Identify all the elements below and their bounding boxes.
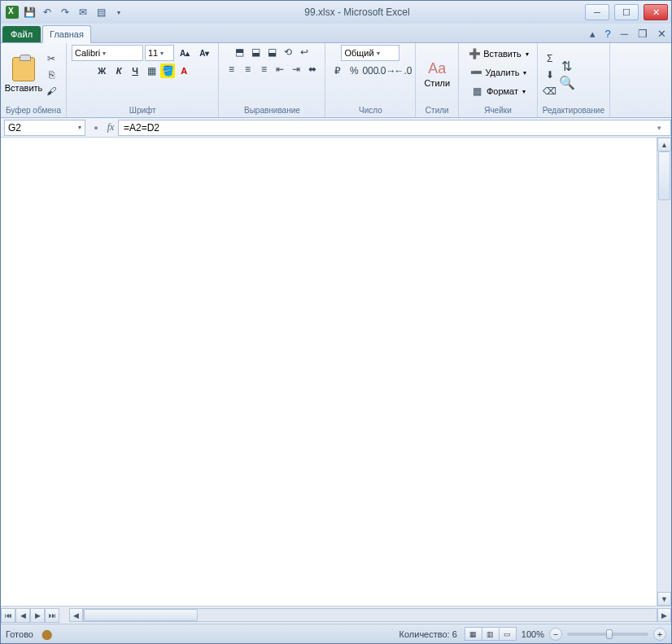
bold-button[interactable]: Ж	[94, 64, 110, 78]
styles-icon: Aa	[430, 62, 444, 77]
tab-file[interactable]: Файл	[2, 26, 41, 42]
zoom-value: 100%	[521, 629, 544, 639]
delete-cells-icon: ➖	[469, 65, 483, 80]
scroll-down-icon[interactable]: ▼	[657, 592, 671, 606]
clear-icon[interactable]: ⌫	[543, 84, 557, 99]
vscroll-thumb[interactable]	[658, 151, 670, 200]
paste-button[interactable]: Вставить	[6, 55, 41, 94]
horizontal-scrollbar[interactable]: ◀ ▶	[69, 608, 671, 622]
ribbon-minimize-icon[interactable]: ▴	[585, 25, 600, 42]
sort-filter-icon[interactable]: ⇅	[560, 59, 574, 74]
scroll-right-icon[interactable]: ▶	[657, 608, 671, 622]
inc-decimal-icon[interactable]: .0→	[379, 64, 394, 78]
macro-record-icon[interactable]: ⬤	[40, 627, 55, 642]
indent-inc-icon[interactable]: ⇥	[289, 62, 303, 77]
group-editing-label: Редактирование	[543, 104, 604, 117]
font-size-select[interactable]: 11▾	[145, 45, 174, 61]
tab-главная[interactable]: Главная	[42, 25, 91, 43]
excel-icon	[6, 6, 19, 19]
currency-icon[interactable]: ₽	[330, 64, 345, 78]
group-number-label: Число	[330, 104, 410, 117]
qat-preview-icon[interactable]: ▤	[94, 5, 108, 20]
workbook-min-icon[interactable]: ─	[616, 25, 633, 42]
formula-bar[interactable]: =A2=D2▾	[118, 120, 671, 136]
wrap-text-icon[interactable]: ↩	[297, 45, 312, 59]
bullet-icon: ●	[89, 120, 103, 135]
group-styles-label: Стили	[421, 104, 453, 117]
cells-insert-button[interactable]: ➕Вставить▾	[464, 45, 532, 63]
underline-button[interactable]: Ч	[128, 64, 142, 78]
find-select-icon[interactable]: 🔍	[560, 76, 574, 90]
format-painter-icon[interactable]: 🖌	[44, 84, 59, 99]
group-font-label: Шрифт	[72, 104, 213, 117]
scroll-up-icon[interactable]: ▲	[657, 138, 671, 151]
orientation-icon[interactable]: ⟲	[281, 45, 295, 59]
copy-icon[interactable]: ⎘	[44, 68, 59, 82]
qat-undo-icon[interactable]: ↶	[40, 5, 55, 20]
group-clipboard-label: Буфер обмена	[6, 104, 61, 117]
styles-button[interactable]: Aa Стили	[421, 60, 453, 90]
clipboard-icon	[12, 57, 35, 81]
dec-decimal-icon[interactable]: ←.0	[395, 64, 410, 78]
group-cells-label: Ячейки	[464, 104, 532, 117]
help-icon[interactable]: ?	[600, 25, 616, 42]
vertical-scrollbar[interactable]: ▲ ▼	[657, 138, 671, 606]
sheet-nav-prev-icon[interactable]: ◀	[15, 608, 30, 623]
align-top-icon[interactable]: ⬒	[232, 45, 247, 59]
font-color-icon[interactable]: A	[177, 64, 191, 78]
number-format-select[interactable]: Общий▾	[341, 45, 399, 61]
zoom-in-button[interactable]: +	[653, 628, 666, 641]
percent-icon[interactable]: %	[347, 64, 361, 78]
cells-delete-button[interactable]: ➖Удалить▾	[465, 64, 530, 81]
cells-format-button[interactable]: ▦Формат▾	[467, 82, 529, 100]
font-name-select[interactable]: Calibri▾	[72, 45, 143, 61]
shrink-font-icon[interactable]: A▾	[195, 46, 213, 60]
align-middle-icon[interactable]: ⬓	[248, 45, 263, 59]
italic-button[interactable]: К	[111, 64, 126, 78]
minimize-button[interactable]: ─	[585, 4, 609, 20]
view-pagebreak-icon[interactable]: ▭	[499, 627, 517, 641]
qat-mail-icon[interactable]: ✉	[76, 5, 90, 20]
sheet-nav-first-icon[interactable]: ⏮	[1, 608, 15, 623]
format-cells-icon: ▦	[470, 84, 485, 99]
view-normal-icon[interactable]: ▦	[465, 627, 482, 641]
paste-label: Вставить	[5, 83, 43, 93]
zoom-out-button[interactable]: −	[549, 628, 562, 641]
view-layout-icon[interactable]: ▥	[482, 627, 500, 641]
workbook-close-icon[interactable]: ✕	[652, 25, 671, 42]
status-ready: Готово	[6, 629, 33, 639]
status-count: Количество: 6	[399, 629, 457, 639]
fx-icon[interactable]: fx	[103, 121, 118, 134]
group-align-label: Выравнивание	[224, 104, 320, 117]
ribbon: Вставить ✂ ⎘ 🖌 Буфер обмена Calibri▾ 11▾…	[1, 43, 671, 118]
hscroll-thumb[interactable]	[84, 609, 198, 621]
align-center-icon[interactable]: ≡	[240, 62, 255, 77]
scroll-left-icon[interactable]: ◀	[69, 608, 83, 622]
close-button[interactable]: ✕	[644, 4, 668, 20]
align-bottom-icon[interactable]: ⬓	[264, 45, 279, 59]
qat-customize-icon[interactable]: ▾	[111, 5, 126, 20]
window-title: 99.xlsx - Microsoft Excel	[131, 7, 583, 18]
insert-cells-icon: ➕	[467, 46, 482, 61]
qat-save-icon[interactable]: 💾	[22, 5, 37, 20]
cut-icon[interactable]: ✂	[44, 51, 59, 66]
grow-font-icon[interactable]: A▴	[176, 46, 194, 60]
name-box[interactable]: G2▾	[4, 120, 85, 136]
indent-dec-icon[interactable]: ⇤	[273, 62, 287, 77]
comma-icon[interactable]: 000	[363, 64, 377, 78]
borders-icon[interactable]: ▦	[144, 64, 159, 78]
autosum-icon[interactable]: Σ	[543, 51, 557, 66]
workbook-restore-icon[interactable]: ❐	[633, 25, 652, 42]
ribbon-tab-strip: Файл Главная ▴ ? ─ ❐ ✕	[1, 24, 671, 43]
sheet-nav-last-icon[interactable]: ⏭	[45, 608, 59, 623]
merge-icon[interactable]: ⬌	[305, 62, 320, 77]
align-right-icon[interactable]: ≡	[256, 62, 271, 77]
fill-icon[interactable]: ⬇	[543, 68, 557, 82]
maximize-button[interactable]: ☐	[614, 4, 639, 20]
zoom-slider[interactable]	[567, 633, 648, 636]
sheet-nav-next-icon[interactable]: ▶	[30, 608, 45, 623]
align-left-icon[interactable]: ≡	[224, 62, 238, 77]
qat-redo-icon[interactable]: ↷	[58, 5, 72, 20]
fill-color-icon[interactable]: 🪣	[160, 64, 175, 78]
